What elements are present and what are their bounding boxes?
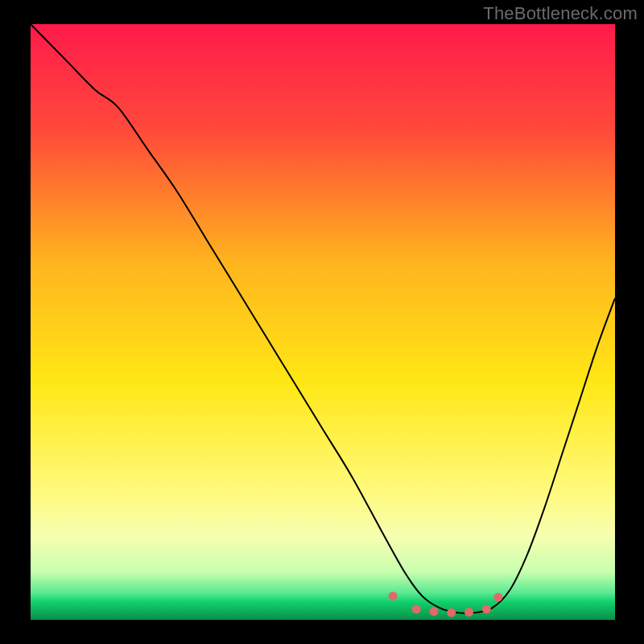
chart-frame: TheBottleneck.com [0, 0, 644, 644]
range-marker [429, 607, 438, 616]
range-marker [447, 609, 456, 617]
range-marker [412, 605, 421, 613]
range-marker [389, 592, 398, 601]
gradient-background [31, 24, 615, 620]
bottleneck-curve-chart [0, 0, 644, 644]
range-marker [464, 608, 473, 617]
range-marker [493, 592, 502, 601]
watermark-text: TheBottleneck.com [483, 3, 638, 24]
range-marker [482, 605, 491, 613]
